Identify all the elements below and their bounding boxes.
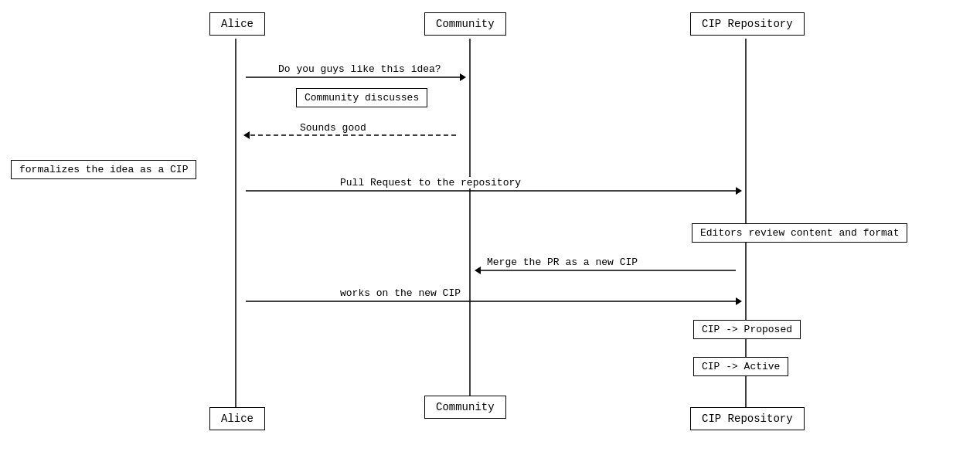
actor-community-top: Community (424, 12, 506, 36)
svg-marker-4 (460, 73, 466, 81)
note-community-discusses: Community discusses (296, 88, 427, 107)
actor-community-bottom: Community (424, 396, 506, 419)
note-editors-review: Editors review content and format (692, 223, 907, 243)
actor-alice-top: Alice (209, 12, 265, 36)
label-works-on: works on the new CIP (340, 287, 461, 299)
actor-alice-bottom: Alice (209, 407, 265, 430)
note-cip-active: CIP -> Active (693, 357, 788, 376)
svg-marker-8 (736, 187, 742, 195)
label-pull-request: Pull Request to the repository (340, 177, 521, 189)
sequence-diagram: Alice Community CIP Repository Do you gu… (0, 0, 980, 462)
svg-marker-6 (243, 131, 250, 139)
actor-cip-repo-top: CIP Repository (690, 12, 805, 36)
actor-cip-repo-bottom: CIP Repository (690, 407, 805, 430)
note-cip-proposed: CIP -> Proposed (693, 320, 801, 339)
svg-marker-12 (736, 297, 742, 305)
label-ask: Do you guys like this idea? (278, 63, 441, 75)
label-merge-pr: Merge the PR as a new CIP (487, 256, 638, 268)
label-sounds-good: Sounds good (300, 122, 366, 134)
note-formalizes: formalizes the idea as a CIP (11, 160, 196, 179)
svg-marker-10 (475, 267, 481, 274)
